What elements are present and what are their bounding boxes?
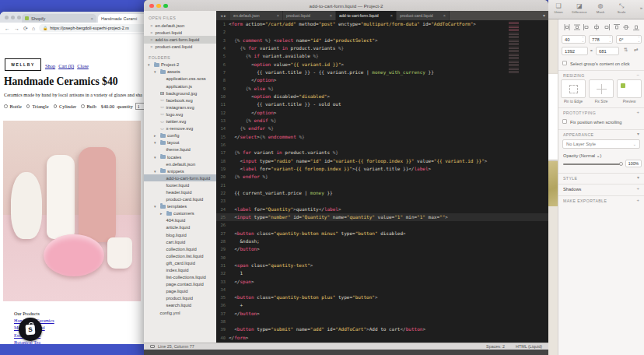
browser-tab-shopify[interactable]: Shopify × [22, 14, 96, 23]
code-line-40[interactable]: 40</form> [216, 334, 548, 342]
code-line-10[interactable]: 10 <option disabled="disabled"> [216, 93, 548, 100]
align-left-icon[interactable] [583, 23, 590, 31]
rotation-field[interactable]: 0°⌃⌄ [616, 35, 642, 44]
tree-item-facebook-svg[interactable]: <>facebook.svg [144, 97, 216, 104]
tree-item-assets[interactable]: ▾assets [144, 69, 216, 76]
code-line-28[interactable]: 28 &ndash; [216, 237, 548, 245]
code-line-13[interactable]: 13 {% endif %} [216, 117, 548, 125]
code-line-2[interactable]: 2 [216, 28, 548, 36]
tree-item-product-liquid[interactable]: product.liquid [144, 295, 216, 302]
tree-item-customers[interactable]: ▸customers [144, 210, 216, 217]
code-line-38[interactable]: 38 [216, 318, 548, 325]
width-field[interactable]: 1392 [562, 47, 588, 55]
editor-tab-en-default-json[interactable]: en.default.json× [230, 11, 283, 20]
close-file-icon[interactable]: × [150, 44, 153, 49]
code-line-22[interactable]: 22 {{ current_variant.price | money }} [216, 189, 548, 197]
code-line-18[interactable]: 18 <input type="radio" name="id" id="var… [216, 157, 548, 165]
code-line-29[interactable]: 29 </button> [216, 245, 548, 253]
close-window-icon[interactable] [149, 4, 154, 9]
tab-close-icon[interactable]: × [390, 13, 393, 18]
opacity-value-field[interactable]: 100% [625, 160, 642, 167]
zoom-window-icon[interactable] [163, 4, 168, 9]
radio-bottle[interactable] [4, 104, 8, 108]
code-line-19[interactable]: 19 <label for="variant-{{ forloop.index … [216, 165, 548, 173]
caret-right-icon[interactable]: ▸ [160, 211, 164, 216]
tree-item-collection-liquid[interactable]: collection.liquid [144, 245, 216, 252]
code-line-24[interactable]: 24 <label for="Quantity">quantity</label… [216, 206, 548, 213]
tree-item-instagram-svg[interactable]: <>instagram.svg [144, 104, 216, 111]
align-right-icon[interactable] [603, 23, 611, 31]
code-line-39[interactable]: 39 <button type="submit" name="add" id="… [216, 325, 548, 333]
close-window-icon[interactable] [5, 16, 9, 19]
sketch-canvas[interactable] [548, 19, 558, 355]
align-middle-icon[interactable] [622, 23, 630, 31]
code-line-23[interactable]: 23 [216, 197, 548, 205]
code-line-15[interactable]: 15 </select>{% endcomment %} [216, 133, 548, 141]
tree-item-application-css-scss[interactable]: application.css.scss [144, 76, 216, 83]
flip-horizontal-icon[interactable]: ⇅ [624, 47, 628, 53]
tree-item-article-liquid[interactable]: article.liquid [144, 224, 216, 231]
caret-down-icon[interactable]: ▾ [154, 169, 158, 174]
caret-right-icon[interactable]: ▸ [154, 133, 158, 138]
appearance-menu-icon[interactable]: ▾ [637, 132, 639, 136]
code-line-35[interactable]: 35 <button class="quantity-button plus" … [216, 293, 548, 301]
tree-item-Project-2[interactable]: ▾Project-2 [144, 62, 216, 69]
editor-title-bar[interactable]: add-to-cart-form.liquid — Project-2 [144, 0, 548, 11]
back-icon[interactable]: ← [5, 26, 10, 31]
y-position-field[interactable]: 778⌃⌄ [589, 35, 613, 44]
collapse-icon[interactable]: − [636, 73, 639, 77]
style-collapse-icon[interactable]: ▾ [637, 176, 639, 180]
close-file-icon[interactable]: × [150, 30, 153, 35]
code-line-34[interactable]: 34 [216, 286, 548, 293]
reload-icon[interactable]: ⟳ [23, 26, 28, 31]
code-line-20[interactable]: 20 {% endfor %} [216, 173, 548, 181]
shopify-chat-badge[interactable]: S [19, 318, 42, 341]
tree-item-product-card-liquid[interactable]: product-card.liquid [144, 196, 216, 203]
code-line-36[interactable]: 36 + [216, 301, 548, 309]
flip-vertical-icon[interactable]: ⇄ [634, 47, 638, 53]
code-line-9[interactable]: 9 {% else %} [216, 85, 548, 93]
fix-size-option[interactable] [589, 79, 614, 98]
tab-close-icon[interactable]: × [443, 13, 446, 18]
code-line-8[interactable]: 8 </option> [216, 76, 548, 84]
opacity-label[interactable]: Opacity (Normal ⌄) [563, 153, 601, 158]
code-line-25[interactable]: 25 <input type="number" id="Quantity" na… [216, 213, 548, 221]
tree-item-config-yml[interactable]: config.yml [144, 309, 216, 316]
align-center-horizontal-icon[interactable] [593, 23, 600, 31]
tree-item-index-liquid[interactable]: index.liquid [144, 266, 216, 273]
code-line-4[interactable]: 4 {% for variant in product.variants %} [216, 44, 548, 52]
align-bottom-icon[interactable] [632, 23, 640, 31]
close-file-icon[interactable]: × [150, 23, 153, 28]
tree-item-twitter-svg[interactable]: <>twitter.svg [144, 118, 216, 125]
add-shadow-icon[interactable]: + [636, 187, 639, 191]
code-line-30[interactable]: 30 [216, 254, 548, 262]
tree-item-gift-card-liquid[interactable]: gift_card.liquid [144, 259, 216, 266]
select-group-checkbox[interactable] [562, 61, 567, 65]
toolbar-item-mask[interactable]: ◍Mask [593, 2, 608, 14]
tab-close-icon[interactable]: × [330, 13, 332, 18]
tab-nav-arrows[interactable]: ◂▸ [216, 11, 230, 20]
tree-item-application-js[interactable]: application.js [144, 83, 216, 90]
tree-item-logo-svg[interactable]: <>logo.svg [144, 111, 216, 118]
tree-item-x-remove-svg[interactable]: <>x-remove.svg [144, 125, 216, 132]
layer-style-dropdown[interactable]: No Layer Style ⌄ [562, 139, 640, 149]
tree-item-list-collections-liquid[interactable]: list-collections.liquid [144, 274, 216, 281]
nav-link-close[interactable]: Close [77, 63, 89, 69]
tree-item-page-contact-liquid[interactable]: page.contact.liquid [144, 281, 216, 288]
pin-to-edge-option[interactable] [561, 79, 586, 98]
tree-item-en-default-json[interactable]: en.default.json [144, 160, 216, 167]
caret-down-icon[interactable]: ▾ [148, 62, 152, 67]
align-top-icon[interactable] [613, 23, 621, 31]
editor-tab-product-liquid[interactable]: product.liquid× [283, 11, 336, 20]
opacity-slider[interactable] [563, 163, 622, 165]
tree-item-header-liquid[interactable]: header.liquid [144, 188, 216, 195]
code-line-31[interactable]: 31 <span class="quantity-text"> [216, 262, 548, 269]
code-line-11[interactable]: 11 {{ variant.title }} - sold out [216, 100, 548, 108]
tree-item-config[interactable]: ▸config [144, 132, 216, 139]
tree-item-add-to-cart-form-liquid[interactable]: add-to-cart-form.liquid [144, 174, 216, 181]
open-file-item[interactable]: ×add-to-cart-form.liquid [144, 36, 216, 43]
distribute-vertical-icon[interactable] [573, 23, 581, 31]
toolbar-item-difference[interactable]: ◪Difference [572, 2, 587, 14]
lock-ratio-icon[interactable]: ⚭ [590, 48, 593, 53]
code-line-16[interactable]: 16 [216, 141, 548, 149]
